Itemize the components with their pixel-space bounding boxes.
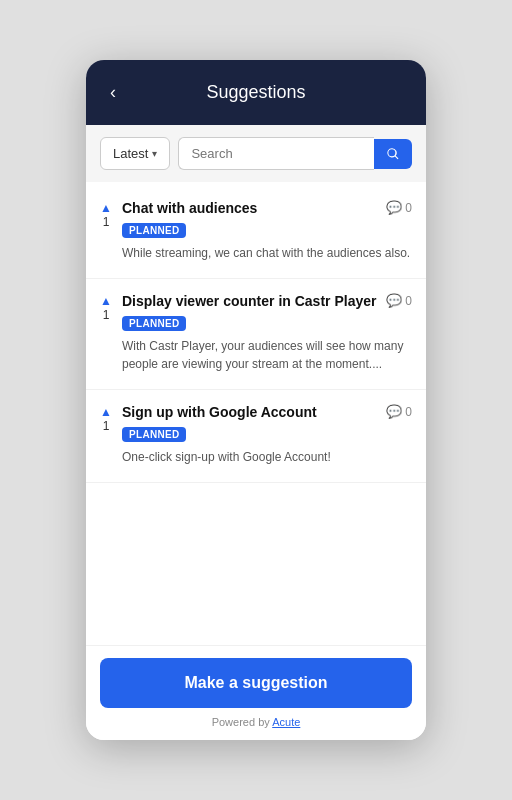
list-item: ▲ 1 Chat with audiences 💬 0 PLANNED Whil… [86,186,426,279]
comment-number: 0 [405,294,412,308]
vote-count: 1 [103,418,110,435]
vote-count: 1 [103,214,110,231]
list-item: ▲ 1 Sign up with Google Account 💬 0 PLAN… [86,390,426,483]
chevron-down-icon: ▾ [152,148,157,159]
comment-number: 0 [405,405,412,419]
comment-icon: 💬 [386,404,402,419]
acute-link[interactable]: Acute [272,716,300,728]
item-title-row: Display viewer counter in Castr Player 💬… [122,293,412,309]
item-title[interactable]: Sign up with Google Account [122,404,386,420]
comment-number: 0 [405,201,412,215]
header: ‹ Suggestions [86,60,426,125]
app-frame: ‹ Suggestions Latest ▾ ▲ 1 Chat wit [86,60,426,740]
comment-count: 💬 0 [386,293,412,308]
back-button[interactable]: ‹ [102,78,124,107]
status-badge: PLANNED [122,427,186,442]
comment-icon: 💬 [386,293,402,308]
filter-button[interactable]: Latest ▾ [100,137,170,170]
item-title[interactable]: Display viewer counter in Castr Player [122,293,386,309]
vote-up-icon[interactable]: ▲ [100,295,112,307]
vote-col: ▲ 1 [96,200,116,231]
item-title[interactable]: Chat with audiences [122,200,386,216]
item-content: Chat with audiences 💬 0 PLANNED While st… [122,200,412,262]
item-content: Display viewer counter in Castr Player 💬… [122,293,412,373]
list-item: ▲ 1 Display viewer counter in Castr Play… [86,279,426,390]
page-title: Suggestions [206,82,305,103]
item-description: While streaming, we can chat with the au… [122,244,412,262]
status-badge: PLANNED [122,223,186,238]
search-button[interactable] [374,139,412,169]
search-input[interactable] [178,137,374,170]
item-description: One-click sign-up with Google Account! [122,448,412,466]
suggestions-list: ▲ 1 Chat with audiences 💬 0 PLANNED Whil… [86,182,426,645]
vote-up-icon[interactable]: ▲ [100,406,112,418]
powered-by: Powered by Acute [100,716,412,734]
filter-label: Latest [113,146,148,161]
item-title-row: Chat with audiences 💬 0 [122,200,412,216]
item-description: With Castr Player, your audiences will s… [122,337,412,373]
comment-count: 💬 0 [386,404,412,419]
bottom-area: Make a suggestion Powered by Acute [86,645,426,740]
vote-count: 1 [103,307,110,324]
vote-col: ▲ 1 [96,404,116,435]
item-content: Sign up with Google Account 💬 0 PLANNED … [122,404,412,466]
search-area: Latest ▾ [86,125,426,182]
item-title-row: Sign up with Google Account 💬 0 [122,404,412,420]
comment-icon: 💬 [386,200,402,215]
comment-count: 💬 0 [386,200,412,215]
search-icon [386,147,400,161]
make-suggestion-button[interactable]: Make a suggestion [100,658,412,708]
search-wrap [178,137,412,170]
vote-up-icon[interactable]: ▲ [100,202,112,214]
status-badge: PLANNED [122,316,186,331]
vote-col: ▲ 1 [96,293,116,324]
